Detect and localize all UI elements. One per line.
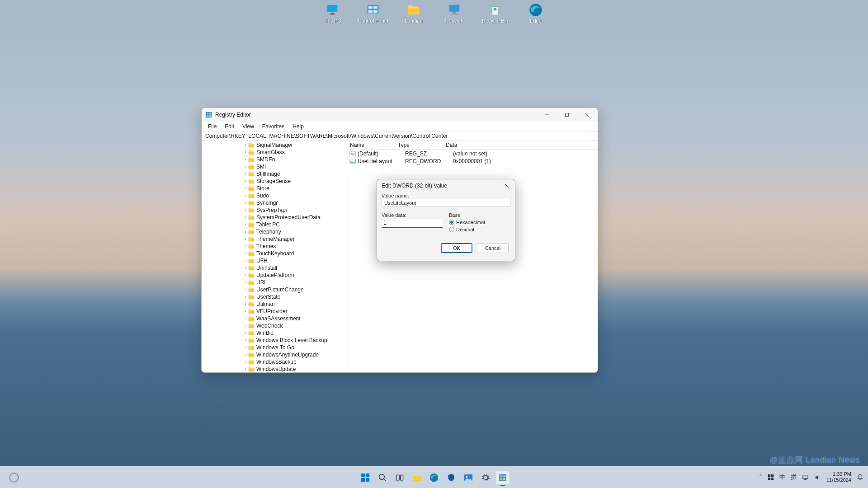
value-row[interactable]: 011UseLiteLayoutREG_DWORD0x00000001 (1) — [348, 157, 598, 165]
tree-item[interactable]: ›Utilman — [202, 300, 347, 308]
desktop-icon-landian-label: Landian — [405, 18, 422, 23]
network-tray-icon[interactable] — [802, 474, 809, 481]
svg-point-65 — [379, 474, 385, 479]
task-view-button[interactable] — [393, 471, 406, 484]
tree-item[interactable]: ›WindowsUpdate — [202, 366, 347, 372]
tree-item[interactable]: ›SMI — [202, 163, 347, 170]
menu-help[interactable]: Help — [289, 122, 307, 131]
svg-rect-81 — [771, 478, 774, 480]
tree-item[interactable]: ›URL — [202, 279, 347, 286]
chevron-right-icon: › — [243, 214, 248, 221]
close-button[interactable] — [577, 108, 597, 122]
desktop-icon-this-pc[interactable]: This PC — [319, 3, 346, 23]
volume-tray-icon[interactable] — [814, 474, 821, 481]
tree-item[interactable]: ›UFH — [202, 257, 347, 264]
svg-rect-51 — [249, 354, 255, 357]
menu-edit[interactable]: Edit — [221, 122, 238, 131]
tray-chevron-icon[interactable]: ˄ — [759, 474, 762, 481]
dialog-close-button[interactable] — [500, 180, 513, 191]
tree-item[interactable]: ›UserPictureChange — [202, 286, 347, 293]
titlebar[interactable]: Registry Editor — [202, 108, 598, 122]
radio-hexadecimal[interactable]: Hexadecimal — [449, 220, 510, 225]
edge-taskbar-icon[interactable] — [427, 471, 441, 484]
ime-indicator-mode[interactable]: 拼 — [791, 473, 797, 481]
tree-item[interactable]: ›ThemeManager — [202, 235, 347, 243]
search-button[interactable] — [376, 471, 389, 484]
desktop-icon-edge[interactable]: Edge — [522, 3, 549, 23]
tree-item[interactable]: ›Windows Block Level Backup — [202, 337, 347, 344]
cancel-button[interactable]: Cancel — [477, 243, 509, 253]
address-bar[interactable]: Computer\HKEY_LOCAL_MACHINE\SOFTWARE\Mic… — [202, 131, 598, 141]
security-icon[interactable] — [444, 471, 458, 484]
file-explorer-icon[interactable] — [410, 471, 424, 484]
menu-favorites[interactable]: Favorites — [259, 122, 288, 131]
list-header[interactable]: Name Type Data — [348, 141, 598, 150]
registry-tree-pane[interactable]: ›SignalManager›SmartGlass›SMDEn›SMI›Stil… — [202, 141, 348, 372]
desktop-icon-network-label: Network — [445, 18, 463, 23]
menu-file[interactable]: File — [204, 122, 220, 131]
svg-rect-37 — [249, 253, 255, 256]
tree-item[interactable]: ›Windows To Go — [202, 344, 347, 351]
tree-item[interactable]: ›Syncmgr — [202, 199, 347, 206]
tree-item[interactable]: ›Store — [202, 185, 347, 192]
svg-rect-25 — [249, 166, 255, 169]
desktop-icon-control-panel[interactable]: Control Panel — [359, 3, 387, 23]
photos-icon[interactable] — [462, 471, 475, 484]
value-row[interactable]: ab(Default)REG_SZ(value not set) — [348, 150, 598, 157]
folder-icon — [248, 193, 255, 198]
tree-item-label: SMI — [256, 163, 266, 170]
tree-item[interactable]: ›Tablet PC — [202, 221, 347, 228]
ok-button[interactable]: OK — [441, 243, 472, 253]
tree-item[interactable]: ›VFUProvider — [202, 308, 347, 315]
svg-rect-11 — [451, 14, 458, 15]
registry-editor-taskbar-icon[interactable] — [496, 471, 509, 484]
cell-data: 0x00000001 (1) — [451, 158, 598, 164]
maximize-button[interactable] — [557, 108, 577, 122]
tree-item[interactable]: ›Uninstall — [202, 264, 347, 272]
desktop-icon-network[interactable]: Network — [441, 3, 468, 23]
tree-item[interactable]: ›SMDEn — [202, 156, 347, 163]
chevron-right-icon: › — [243, 264, 248, 272]
dialog-titlebar[interactable]: Edit DWORD (32-bit) Value — [377, 179, 515, 192]
value-data-input[interactable] — [382, 219, 443, 228]
tree-item[interactable]: ›WindowsBackup — [202, 358, 347, 366]
column-name[interactable]: Name — [348, 142, 396, 148]
weather-widget[interactable] — [8, 472, 20, 483]
svg-rect-34 — [249, 231, 255, 234]
tree-item[interactable]: ›SmartGlass — [202, 149, 347, 156]
tree-item[interactable]: ›WinBio — [202, 329, 347, 337]
copilot-icon[interactable] — [768, 474, 774, 480]
svg-rect-39 — [249, 267, 255, 270]
start-button[interactable] — [359, 471, 372, 484]
tree-item[interactable]: ›WaaSAssessment — [202, 315, 347, 322]
radio-decimal[interactable]: Decimal — [449, 227, 510, 232]
taskbar-clock[interactable]: 1:33 PM 11/15/2024 — [826, 471, 851, 483]
minimize-button[interactable] — [537, 108, 557, 122]
svg-rect-77 — [503, 478, 505, 480]
settings-taskbar-icon[interactable] — [479, 471, 492, 484]
column-type[interactable]: Type — [396, 142, 444, 148]
desktop-icon-landian[interactable]: Landian — [400, 3, 427, 23]
tree-item[interactable]: ›UpdatePlatform — [202, 272, 347, 279]
tree-item[interactable]: ›StillImage — [202, 170, 347, 178]
tree-item[interactable]: ›TouchKeyboard — [202, 250, 347, 257]
tree-item[interactable]: ›WebCheck — [202, 322, 347, 329]
column-data[interactable]: Data — [444, 142, 598, 148]
tree-item[interactable]: ›UserState — [202, 293, 347, 300]
tree-item[interactable]: ›Themes — [202, 243, 347, 250]
folder-icon — [248, 323, 255, 328]
tree-item[interactable]: ›WindowsAnytimeUpgrade — [202, 351, 347, 358]
notifications-tray-icon[interactable] — [857, 474, 863, 481]
desktop-icon-recycle-bin[interactable]: Recycle Bin — [481, 3, 509, 23]
folder-icon — [248, 157, 255, 162]
tree-item[interactable]: ›SignalManager — [202, 141, 347, 149]
tree-item[interactable]: ›SysPrepTapi — [202, 206, 347, 214]
tree-item[interactable]: ›Telephony — [202, 228, 347, 235]
tree-item[interactable]: ›Sudo — [202, 192, 347, 199]
string-value-icon: ab — [349, 150, 356, 157]
tree-item[interactable]: ›StorageSense — [202, 178, 347, 185]
chevron-right-icon: › — [243, 358, 248, 366]
ime-indicator-lang[interactable]: 中 — [779, 473, 785, 481]
tree-item[interactable]: ›SystemProtectedUserData — [202, 214, 347, 221]
menu-view[interactable]: View — [239, 122, 258, 131]
